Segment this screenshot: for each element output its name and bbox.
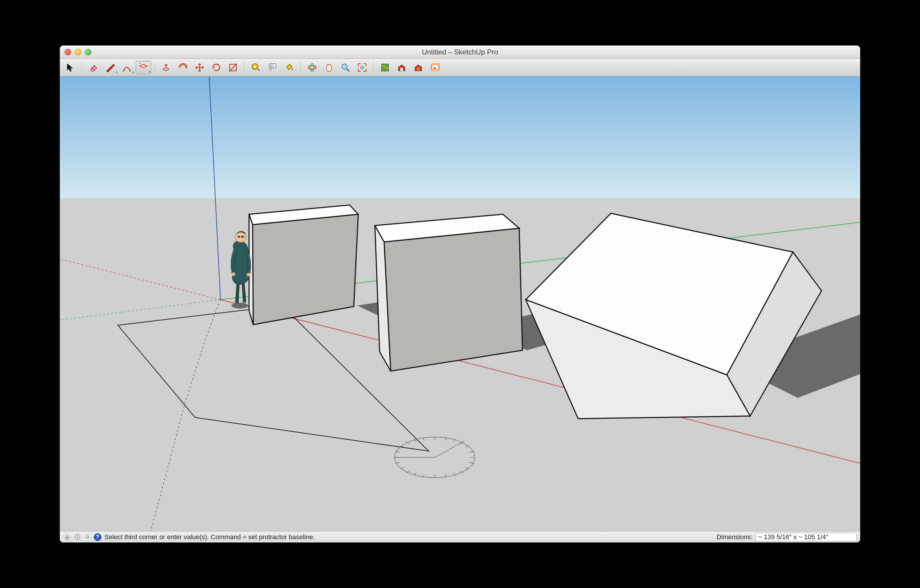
dimensions-label: Dimensions: xyxy=(716,533,753,541)
toolbar-separator xyxy=(155,62,155,73)
paint-bucket-tool[interactable] xyxy=(282,61,297,75)
zoom-tool[interactable] xyxy=(338,61,353,75)
geolocation-status-icon[interactable]: ◎ xyxy=(63,533,71,541)
push-pull-icon xyxy=(161,63,172,73)
window-title: Untitled – SketchUp Pro xyxy=(60,48,860,56)
status-hint: Select third corner or enter value(s). C… xyxy=(104,533,716,541)
pencil-icon xyxy=(105,63,115,73)
rotate-tool[interactable] xyxy=(209,61,224,75)
move-tool[interactable] xyxy=(192,61,207,75)
pan-tool[interactable] xyxy=(321,61,337,75)
toolbar: ▾ ▾ ▾ A1 xyxy=(60,58,860,76)
window-controls xyxy=(65,49,91,55)
close-window-button[interactable] xyxy=(65,49,71,55)
svg-rect-18 xyxy=(60,76,860,198)
svg-rect-3 xyxy=(229,70,231,72)
orbit-icon xyxy=(307,63,317,73)
status-icons: ◎ ⓘ ☺ ? xyxy=(63,533,102,541)
svg-point-59 xyxy=(247,273,250,277)
eraser-icon xyxy=(88,63,99,73)
text-tool[interactable]: A1 xyxy=(265,61,280,75)
rotate-icon xyxy=(211,63,221,73)
push-pull-tool[interactable] xyxy=(159,61,174,75)
svg-rect-4 xyxy=(235,64,237,65)
zoom-window-button[interactable] xyxy=(85,49,91,55)
svg-rect-62 xyxy=(241,236,244,238)
zoom-icon xyxy=(340,63,350,73)
3d-warehouse-tool[interactable] xyxy=(394,61,410,75)
offset-tool[interactable] xyxy=(175,61,191,75)
rectangle-icon xyxy=(138,63,149,73)
dimensions-value: ~ 139 5/16" x ~ 105 1/4" xyxy=(758,533,828,541)
credits-status-icon[interactable]: ⓘ xyxy=(73,533,81,541)
add-location-tool[interactable] xyxy=(377,61,393,75)
rectangle-tool[interactable]: ▾ xyxy=(136,61,151,75)
arc-tool[interactable]: ▾ xyxy=(119,61,134,75)
text-icon: A1 xyxy=(267,63,278,73)
svg-rect-14 xyxy=(400,68,403,71)
svg-point-9 xyxy=(308,66,316,69)
dimensions-input[interactable]: ~ 139 5/16" x ~ 105 1/4" xyxy=(755,533,857,541)
layout-tool[interactable] xyxy=(427,61,443,75)
layout-icon xyxy=(430,63,440,73)
statusbar: ◎ ⓘ ☺ ? Select third corner or enter val… xyxy=(60,531,860,543)
dropdown-icon: ▾ xyxy=(149,70,150,73)
zoom-extents-icon xyxy=(357,63,367,73)
warehouse-icon xyxy=(397,63,407,73)
cursor-icon xyxy=(65,63,76,73)
line-tool[interactable]: ▾ xyxy=(102,61,118,75)
scene xyxy=(60,76,860,531)
toolbar-separator xyxy=(244,62,245,73)
viewport[interactable] xyxy=(60,76,860,531)
svg-point-1 xyxy=(130,70,131,71)
svg-point-10 xyxy=(310,64,314,71)
offset-icon xyxy=(178,63,188,73)
arc-icon xyxy=(122,63,132,73)
toolbar-separator xyxy=(82,62,82,73)
user-status-icon[interactable]: ☺ xyxy=(84,533,91,541)
svg-marker-51 xyxy=(384,228,523,371)
toolbar-separator xyxy=(373,62,374,73)
location-icon xyxy=(380,63,390,73)
dropdown-icon: ▾ xyxy=(133,71,134,74)
eraser-tool[interactable] xyxy=(86,61,101,75)
bucket-icon xyxy=(284,63,294,73)
scale-tool[interactable] xyxy=(225,61,241,75)
titlebar: Untitled – SketchUp Pro xyxy=(60,45,860,58)
pan-icon xyxy=(324,63,334,73)
cube-2 xyxy=(375,214,523,371)
svg-marker-48 xyxy=(253,214,358,325)
minimize-window-button[interactable] xyxy=(75,49,81,55)
svg-rect-13 xyxy=(381,64,389,71)
cube-1 xyxy=(249,205,358,325)
dropdown-icon: ▾ xyxy=(116,71,117,74)
help-status-icon[interactable]: ? xyxy=(94,533,102,541)
ext-warehouse-icon xyxy=(413,63,423,73)
extension-warehouse-tool[interactable] xyxy=(411,61,426,75)
svg-point-57 xyxy=(232,303,248,309)
move-icon xyxy=(194,63,205,73)
svg-point-11 xyxy=(342,64,347,69)
tape-icon xyxy=(251,63,261,73)
svg-point-0 xyxy=(123,70,124,71)
svg-text:A1: A1 xyxy=(270,64,274,68)
svg-rect-61 xyxy=(238,236,240,238)
zoom-extents-tool[interactable] xyxy=(355,61,370,75)
svg-point-6 xyxy=(254,65,256,68)
scale-icon xyxy=(228,63,238,73)
svg-point-58 xyxy=(232,272,235,276)
app-window: Untitled – SketchUp Pro ▾ ▾ ▾ xyxy=(60,45,860,543)
select-tool[interactable] xyxy=(63,61,78,75)
orbit-tool[interactable] xyxy=(305,61,320,75)
svg-point-12 xyxy=(361,66,364,69)
tape-measure-tool[interactable] xyxy=(248,61,264,75)
